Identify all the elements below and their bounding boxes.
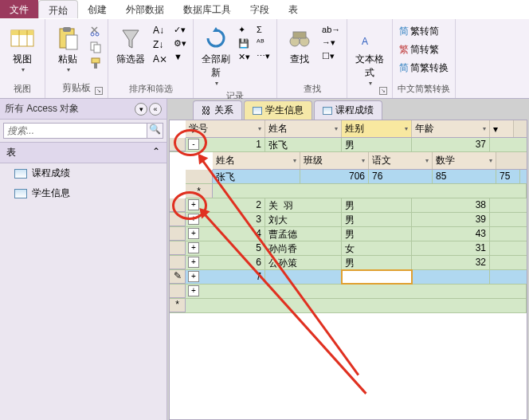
expand-button[interactable]: + (188, 271, 199, 282)
cell[interactable]: 刘大 (265, 213, 342, 226)
tab-course-grades[interactable]: 课程成绩 (314, 100, 382, 120)
cell[interactable] (342, 270, 412, 284)
tab-student-info[interactable]: 学生信息 (244, 100, 312, 120)
subcol-math[interactable]: 数学▾ (433, 152, 496, 169)
more-button[interactable]: ⋯▾ (255, 50, 272, 62)
cell[interactable]: 男 (342, 138, 412, 151)
filter-button[interactable]: 筛选器 (113, 24, 148, 68)
table-row[interactable]: +2关 羽男38 (170, 198, 527, 213)
nav-header[interactable]: 所有 Access 对象 ▾ « (0, 99, 167, 120)
cell[interactable] (186, 299, 527, 312)
paste-button[interactable]: 粘贴 ▾ (50, 24, 85, 75)
cell[interactable]: 男 (342, 198, 412, 212)
expand-button[interactable]: + (188, 228, 199, 239)
col-age[interactable]: 年龄▾ (412, 120, 490, 137)
cell[interactable]: 75 (496, 170, 520, 183)
nav-item-course-grades[interactable]: 课程成绩 (0, 163, 167, 183)
view-button[interactable]: 视图 ▾ (5, 24, 40, 75)
tab-fields[interactable]: 字段 (241, 0, 279, 18)
selection-filter-button[interactable]: ✓▾ (172, 24, 188, 36)
goto-button[interactable]: →▾ (320, 37, 342, 49)
search-icon[interactable]: 🔍 (147, 123, 163, 139)
spelling-button[interactable]: ᴬᴮ (255, 37, 272, 49)
col-add[interactable]: ▾ (490, 120, 514, 137)
cjk-convert-button[interactable]: 简简繁转换 (398, 61, 450, 76)
subcol-chinese[interactable]: 语文▾ (369, 152, 433, 169)
copy-button[interactable] (88, 40, 103, 54)
tab-relationships[interactable]: ⛓关系 (193, 100, 242, 120)
row-selector[interactable] (170, 241, 186, 255)
cell[interactable]: 男 (342, 213, 412, 226)
cell[interactable]: 孙尚香 (265, 241, 342, 255)
tab-external[interactable]: 外部数据 (116, 0, 174, 18)
cell[interactable]: 85 (433, 170, 496, 183)
sub-new-row[interactable]: * (186, 184, 527, 198)
cell[interactable] (202, 285, 527, 298)
cell[interactable]: 张飞 (213, 170, 300, 183)
table-row[interactable]: +6公孙策男32 (170, 256, 527, 270)
sort-desc-button[interactable]: Z↓ (151, 38, 169, 51)
table-row[interactable]: + (170, 285, 527, 299)
nav-collapse-button[interactable]: « (149, 103, 162, 116)
clear-sort-button[interactable]: A⨯ (151, 53, 169, 65)
new-row[interactable]: * (170, 299, 527, 313)
cell[interactable] (213, 184, 527, 198)
cell[interactable] (412, 270, 490, 284)
cell[interactable] (265, 270, 342, 284)
table-row[interactable]: - 1 张飞 男 37 (170, 138, 527, 152)
advanced-filter-button[interactable]: ⚙▾ (172, 37, 188, 49)
row-selector[interactable] (170, 227, 186, 241)
row-selector[interactable]: * (186, 184, 213, 198)
nav-item-student-info[interactable]: 学生信息 (0, 183, 167, 203)
cell[interactable]: 1 (202, 138, 265, 151)
tab-start[interactable]: 开始 (38, 0, 78, 18)
cell[interactable]: 6 (202, 256, 265, 269)
dialog-launcher-icon[interactable]: ↘ (95, 87, 103, 95)
row-selector[interactable] (170, 285, 186, 298)
cell[interactable]: 706 (300, 170, 369, 183)
tab-table[interactable]: 表 (279, 0, 308, 18)
trad-to-simp-button[interactable]: 简繁转简 (398, 24, 450, 39)
simp-to-trad-button[interactable]: 繁简转繁 (398, 42, 450, 57)
subcol-name[interactable]: 姓名▾ (213, 152, 300, 169)
tab-create[interactable]: 创建 (78, 0, 116, 18)
expand-button[interactable]: + (188, 242, 199, 253)
cell[interactable]: 关 羽 (265, 198, 342, 212)
cell[interactable]: 张飞 (265, 138, 342, 151)
delete-record-button[interactable]: ✕▾ (237, 51, 252, 63)
find-button[interactable]: 查找 (282, 24, 317, 68)
row-selector[interactable] (170, 256, 186, 269)
nav-section-tables[interactable]: 表 ⌃ (0, 143, 167, 163)
expand-button[interactable]: + (188, 285, 199, 296)
table-row[interactable]: +5孙尚香女31 (170, 241, 527, 256)
row-selector[interactable] (170, 213, 186, 226)
cell[interactable]: 38 (412, 198, 490, 212)
table-row[interactable]: ✎+7 (170, 270, 527, 285)
col-gender[interactable]: 姓别▾ (342, 120, 412, 137)
col-name[interactable]: 姓名▾ (265, 120, 342, 137)
nav-menu-button[interactable]: ▾ (135, 103, 147, 116)
cell[interactable]: 曹孟德 (265, 227, 342, 241)
cell[interactable]: 32 (412, 256, 490, 269)
cell[interactable]: 76 (369, 170, 433, 183)
new-record-button[interactable]: ✦ (237, 24, 252, 36)
cell[interactable]: 39 (412, 213, 490, 226)
row-selector[interactable] (170, 198, 186, 212)
col-id[interactable]: 学号▾ (186, 120, 265, 137)
refresh-all-button[interactable]: 全部刷新 ▾ (198, 24, 233, 88)
textformat-button[interactable]: A 文本格式 ▾ (352, 24, 387, 88)
sort-asc-button[interactable]: A↓ (151, 24, 169, 37)
cell[interactable]: 31 (412, 241, 490, 255)
totals-button[interactable]: Σ (255, 24, 272, 35)
dialog-launcher-icon[interactable]: ↘ (379, 87, 387, 95)
expand-button[interactable]: + (188, 257, 199, 268)
table-row[interactable]: +3刘大 男39 (170, 213, 527, 227)
tab-dbtools[interactable]: 数据库工具 (174, 0, 241, 18)
toggle-filter-button[interactable]: ▼ (172, 51, 188, 62)
cut-button[interactable] (88, 24, 103, 38)
cell[interactable]: 43 (412, 227, 490, 241)
replace-button[interactable]: ab→ (320, 24, 342, 35)
cell[interactable]: 女 (342, 241, 412, 255)
format-painter-button[interactable] (88, 56, 103, 70)
subcol-class[interactable]: 班级▾ (300, 152, 369, 169)
